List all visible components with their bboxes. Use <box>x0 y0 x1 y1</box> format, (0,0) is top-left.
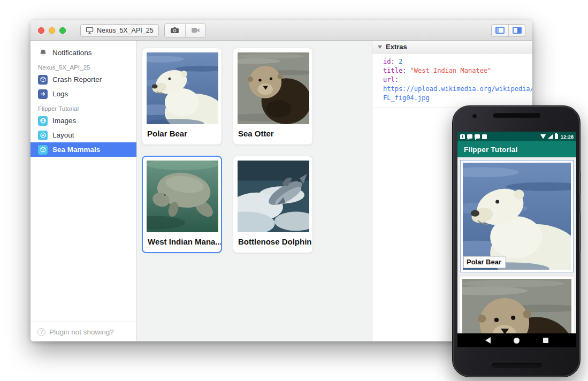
sidebar-item-label: Logs <box>52 90 68 98</box>
desktop: Nexus_5X_API_25 <box>0 0 588 381</box>
plugin-help-label: Plugin not showing? <box>49 328 114 336</box>
volume-rocker[interactable] <box>579 213 581 252</box>
facebook-notification-icon: f <box>460 134 465 139</box>
minimize-button[interactable] <box>49 27 55 34</box>
sidebar-item-sea-mammals[interactable]: Sea Mammals <box>30 142 136 157</box>
label-notification-icon <box>482 134 487 139</box>
home-icon[interactable] <box>514 338 520 344</box>
power-button[interactable] <box>579 170 581 194</box>
wifi-icon <box>540 134 546 139</box>
sea-otter-photo <box>238 52 309 124</box>
phone-card-polar-bear[interactable]: Polar Bear <box>460 160 574 272</box>
card-west-indian-manatee[interactable]: West Indian Mana... <box>142 156 222 253</box>
cube-icon <box>38 75 48 85</box>
battery-icon <box>555 134 558 139</box>
chat-notification-icon <box>475 134 480 139</box>
polar-bear-photo <box>147 52 218 124</box>
sidebar-item-label: Notifications <box>52 49 92 57</box>
data-row-id: id: 2 <box>383 57 532 66</box>
titlebar: Nexus_5X_API_25 <box>30 20 532 41</box>
android-phone: f 12:28 Flipper Tutorial Polar Bear <box>452 105 581 377</box>
monitor-icon <box>86 27 94 34</box>
cube-icon <box>38 145 48 155</box>
extras-data-inspector: id: 2 title: "West Indian Manatee" url: … <box>372 54 532 108</box>
phone-screen: f 12:28 Flipper Tutorial Polar Bear <box>457 132 576 347</box>
sidebar-section-header: Flipper Tutorial <box>30 101 136 113</box>
data-row-url-key: url: <box>383 75 532 85</box>
sidebar-item-label: Crash Reporter <box>52 75 102 83</box>
android-nav-bar <box>457 333 576 347</box>
phone-card-title: Polar Bear <box>463 256 506 268</box>
extras-title: Extras <box>386 43 407 51</box>
card-title: Bottlenose Dolphin <box>233 232 312 246</box>
plugin-sidebar: Notifications Nexus_5X_API_25 Crash Repo… <box>30 41 137 341</box>
back-icon[interactable] <box>485 337 491 344</box>
card-sea-otter[interactable]: Sea Otter <box>233 48 313 145</box>
sidebar-item-notifications[interactable]: Notifications <box>30 45 136 60</box>
dolphin-photo <box>238 161 309 232</box>
android-status-bar: f 12:28 <box>457 132 576 141</box>
manatee-photo <box>147 161 218 232</box>
device-selector-button[interactable]: Nexus_5X_API_25 <box>80 24 159 37</box>
data-row-url-value: https://upload.wikimedia.org/wikipedia/c… <box>383 85 532 94</box>
right-panel-icon <box>513 27 522 34</box>
status-bar-clock: 12:28 <box>561 134 574 140</box>
card-title: West Indian Mana... <box>143 232 221 246</box>
plugin-help-link[interactable]: ? Plugin not showing? <box>30 322 136 341</box>
sidebar-item-logs[interactable]: Logs <box>30 87 136 101</box>
bell-icon <box>38 48 48 58</box>
earpiece-speaker <box>493 113 540 118</box>
polar-bear-photo <box>463 163 571 270</box>
sidebar-item-label: Sea Mammals <box>52 146 100 154</box>
sidebar-item-crash-reporter[interactable]: Crash Reporter <box>30 72 136 87</box>
disclosure-triangle-icon <box>378 45 382 49</box>
zoom-button[interactable] <box>59 27 66 34</box>
sidebar-item-label: Layout <box>52 131 74 139</box>
android-app-bar: Flipper Tutorial <box>457 141 576 157</box>
screen-record-button[interactable] <box>185 24 205 37</box>
card-bottlenose-dolphin[interactable]: Bottlenose Dolphin <box>233 156 313 253</box>
sidebar-item-images[interactable]: Images <box>30 113 136 128</box>
toggle-left-sidebar-button[interactable] <box>492 25 508 36</box>
device-name: Nexus_5X_API_25 <box>97 27 154 34</box>
sea-mammals-plugin-panel: Polar Bear Sea Otter West Indian Mana...… <box>137 41 372 341</box>
cell-signal-icon <box>548 134 553 139</box>
close-button[interactable] <box>38 27 44 34</box>
person-circle-icon <box>38 116 48 126</box>
sidebar-item-layout[interactable]: Layout <box>30 128 136 142</box>
card-polar-bear[interactable]: Polar Bear <box>142 48 222 145</box>
card-title: Sea Otter <box>233 124 312 138</box>
chat-notification-icon <box>467 134 472 139</box>
recents-icon[interactable] <box>543 338 548 343</box>
video-camera-icon <box>191 27 200 33</box>
data-row-title: title: "West Indian Manatee" <box>383 66 532 75</box>
data-row-url-value-2: FL_fig04.jpg <box>383 94 532 103</box>
bottom-speaker <box>492 363 541 368</box>
screenshot-button[interactable] <box>165 24 185 37</box>
left-panel-icon <box>495 27 505 34</box>
target-icon <box>38 131 48 140</box>
app-bar-title: Flipper Tutorial <box>464 146 517 154</box>
sidebar-item-label: Images <box>52 117 76 125</box>
toggle-right-sidebar-button[interactable] <box>508 25 525 36</box>
camera-icon <box>170 27 179 34</box>
card-title: Polar Bear <box>142 124 222 138</box>
front-camera <box>472 114 477 118</box>
help-icon: ? <box>37 328 45 336</box>
arrow-right-icon <box>38 89 48 99</box>
sidebar-section-header: Nexus_5X_API_25 <box>30 60 136 72</box>
extras-section-header[interactable]: Extras <box>372 41 532 54</box>
app-scroll-area[interactable]: Polar Bear <box>457 157 576 347</box>
